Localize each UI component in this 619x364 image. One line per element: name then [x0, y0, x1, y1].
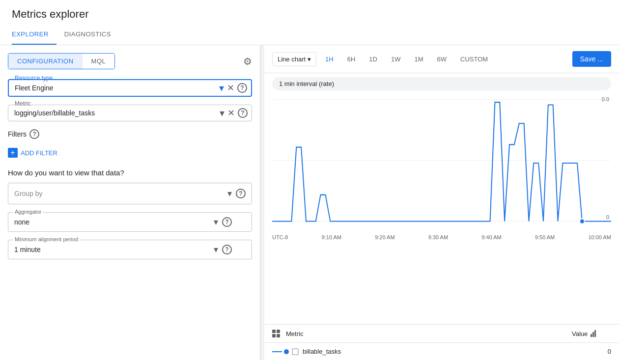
- legend-row-0: billable_tasks 0: [264, 343, 619, 360]
- tabs: CONFIGURATION MQL: [8, 53, 115, 69]
- resource-type-actions: ▾ ✕ ?: [219, 82, 247, 94]
- alignment-period-value: 1 minute: [14, 246, 214, 253]
- legend-value-col-header: Value: [572, 330, 611, 337]
- x-label-910: 9:10 AM: [322, 234, 341, 240]
- metric-dropdown-icon[interactable]: ▾: [220, 107, 225, 119]
- aggregator-value: none: [14, 218, 214, 226]
- legend-row-value: 0: [572, 348, 611, 355]
- legend-color-line: [272, 351, 282, 352]
- line-chart-svg: [272, 94, 611, 232]
- x-label-930: 9:30 AM: [428, 234, 448, 240]
- alignment-period-wrapper: 1 minute ▾ ?: [14, 244, 232, 255]
- aggregator-help-icon[interactable]: ?: [222, 217, 232, 227]
- metric-help-icon[interactable]: ?: [238, 108, 248, 118]
- alignment-period-field: Minimum alignment period 1 minute ▾ ?: [8, 240, 252, 259]
- aggregator-wrapper: none ▾ ?: [14, 217, 232, 227]
- main-layout: CONFIGURATION MQL ⚙ Resource type Fleet …: [0, 45, 619, 360]
- view-question: How do you want to view that data?: [8, 168, 252, 177]
- group-by-help-icon[interactable]: ?: [236, 189, 246, 198]
- panel-divider: [260, 45, 264, 360]
- resource-type-wrapper: Fleet Engine ▾ ✕ ?: [8, 79, 252, 97]
- filters-label: Filters: [8, 130, 27, 138]
- app-title: Metrics explorer: [0, 0, 619, 25]
- alignment-period-help-icon[interactable]: ?: [222, 245, 232, 254]
- x-label-920: 9:20 AM: [375, 234, 394, 240]
- x-label-1000: 10:00 AM: [589, 234, 611, 240]
- top-nav: EXPLORER DIAGNOSTICS: [0, 25, 619, 45]
- chart-type-chevron: ▾: [308, 56, 311, 63]
- save-button[interactable]: Save ...: [572, 51, 611, 67]
- legend-value-label: Value: [572, 330, 588, 337]
- aggregator-field: Aggregator none ▾ ?: [8, 212, 252, 232]
- metric-field: Metric logging/user/billable_tasks ▾ ✕ ?: [8, 105, 252, 121]
- chart-area: 0.0 0 UTC-8 9:10 AM 9:20 AM: [264, 94, 619, 320]
- time-1w[interactable]: 1W: [386, 53, 406, 66]
- nav-item-explorer[interactable]: EXPLORER: [12, 25, 56, 45]
- group-by-field: Group by ▾ ?: [8, 183, 252, 204]
- group-by-chevron: ▾: [227, 188, 232, 199]
- y-axis-top: 0.0: [602, 96, 609, 102]
- group-by-wrapper[interactable]: Group by ▾ ?: [8, 183, 252, 204]
- chart-type-button[interactable]: Line chart ▾: [272, 52, 316, 66]
- nav-item-diagnostics[interactable]: DIAGNOSTICS: [64, 25, 119, 45]
- help-icon[interactable]: ?: [237, 83, 247, 93]
- legend-table: Metric Value billable_tasks 0: [264, 324, 619, 360]
- group-by-actions: ▾ ?: [227, 188, 246, 199]
- legend-bars-icon: [591, 330, 596, 337]
- metric-grid-icon: [272, 330, 280, 337]
- time-1h[interactable]: 1H: [320, 53, 338, 66]
- alignment-period-label: Minimum alignment period: [13, 236, 80, 242]
- legend-checkbox[interactable]: [292, 348, 299, 355]
- x-label-utc: UTC-8: [272, 234, 288, 240]
- dropdown-icon[interactable]: ▾: [219, 82, 224, 94]
- clear-icon[interactable]: ✕: [227, 83, 234, 93]
- resource-type-field: Resource type Fleet Engine ▾ ✕ ?: [8, 79, 252, 97]
- right-panel: Line chart ▾ 1H 6H 1D 1W 1M 6W CUSTOM Sa…: [264, 45, 619, 360]
- tab-row: CONFIGURATION MQL ⚙: [8, 53, 252, 69]
- metric-value: logging/user/billable_tasks: [14, 109, 232, 117]
- filters-label-row: Filters ?: [8, 129, 252, 139]
- aggregator-chevron[interactable]: ▾: [214, 217, 218, 227]
- y-axis-bottom: 0: [606, 214, 609, 220]
- time-6h[interactable]: 6H: [342, 53, 361, 66]
- metric-actions: ▾ ✕ ?: [220, 107, 248, 119]
- chart-toolbar: Line chart ▾ 1H 6H 1D 1W 1M 6W CUSTOM Sa…: [264, 45, 619, 73]
- metric-wrapper: logging/user/billable_tasks ▾ ✕ ?: [8, 105, 252, 121]
- legend-metric-label: Metric: [286, 330, 303, 337]
- add-filter-icon: +: [8, 148, 18, 158]
- tab-configuration[interactable]: CONFIGURATION: [8, 54, 83, 69]
- time-6w[interactable]: 6W: [432, 53, 452, 66]
- legend-row-name: billable_tasks: [303, 348, 572, 355]
- legend-metric-col: Metric: [272, 330, 572, 337]
- left-panel: CONFIGURATION MQL ⚙ Resource type Fleet …: [0, 45, 260, 360]
- x-label-950: 9:50 AM: [535, 234, 555, 240]
- settings-icon[interactable]: ⚙: [243, 56, 252, 67]
- chart-container: 0.0 0 UTC-8 9:10 AM 9:20 AM: [272, 94, 611, 232]
- time-custom[interactable]: CUSTOM: [455, 53, 493, 66]
- aggregator-label: Aggregator: [13, 209, 43, 215]
- interval-badge: 1 min interval (rate): [272, 77, 611, 90]
- tab-mql[interactable]: MQL: [83, 54, 115, 69]
- x-label-940: 9:40 AM: [481, 234, 501, 240]
- group-by-text: Group by: [14, 190, 227, 197]
- time-1d[interactable]: 1D: [364, 53, 382, 66]
- add-filter-button[interactable]: + ADD FILTER: [8, 145, 252, 161]
- x-axis-labels: UTC-8 9:10 AM 9:20 AM 9:30 AM 9:40 AM 9:…: [272, 233, 611, 242]
- legend-color-dot: [284, 349, 289, 354]
- alignment-period-chevron[interactable]: ▾: [214, 244, 218, 255]
- metric-clear-icon[interactable]: ✕: [227, 108, 235, 118]
- filters-help-icon[interactable]: ?: [29, 129, 39, 139]
- filters-section: Filters ? + ADD FILTER: [8, 129, 252, 161]
- time-1m[interactable]: 1M: [409, 53, 428, 66]
- legend-header: Metric Value: [264, 325, 619, 343]
- line-chart-label: Line chart: [278, 56, 306, 63]
- svg-point-3: [580, 219, 585, 224]
- resource-type-value: Fleet Engine: [15, 84, 231, 92]
- add-filter-label: ADD FILTER: [21, 149, 57, 157]
